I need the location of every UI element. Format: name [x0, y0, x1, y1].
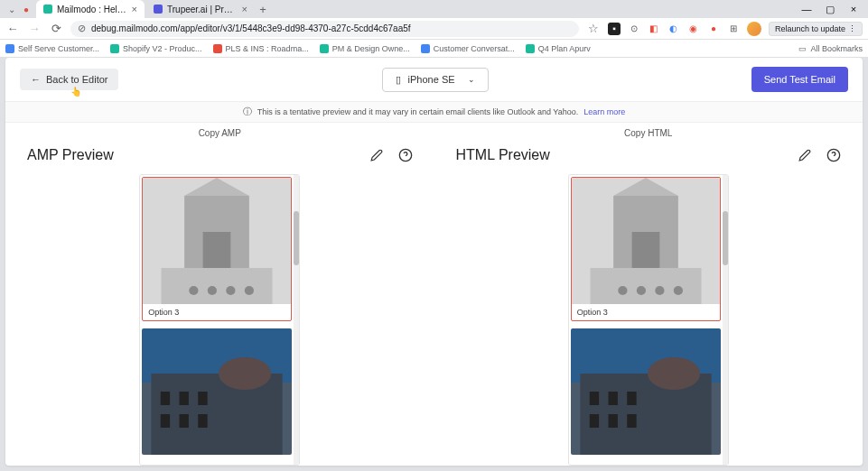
bookmark-item[interactable]: PM & Design Owne... [320, 44, 410, 53]
svg-point-29 [674, 286, 683, 295]
preview-title: AMP Preview [27, 147, 114, 163]
chevron-down-icon: ⌄ [468, 75, 475, 84]
ext-icon-3[interactable]: ◧ [648, 23, 660, 35]
address-bar[interactable]: ⊘ debug.mailmodo.com/app/editor/v3/1/544… [70, 21, 579, 37]
minimize-icon[interactable]: ― [799, 2, 814, 16]
ext-icon-1[interactable]: ▪ [608, 23, 621, 35]
image-card[interactable]: Option 3 [142, 177, 292, 321]
back-to-editor-button[interactable]: ← Back to Editor [20, 69, 118, 90]
back-label: Back to Editor [46, 74, 107, 85]
tab-close-icon[interactable]: × [132, 4, 137, 14]
svg-point-33 [648, 357, 700, 390]
option-caption: Option 3 [143, 304, 291, 320]
relaunch-button[interactable]: Relaunch to update ⋮ [769, 22, 863, 36]
help-icon[interactable] [398, 148, 413, 162]
edit-icon[interactable] [369, 148, 384, 162]
relaunch-label: Relaunch to update [775, 24, 845, 33]
svg-rect-19 [199, 414, 208, 428]
iframe-content[interactable]: Option 3 [569, 175, 723, 465]
site-info-icon[interactable]: ⊘ [78, 23, 86, 34]
scrollbar[interactable] [723, 175, 728, 465]
warning-bar: ⓘ This is a tentative preview and it may… [5, 101, 863, 123]
browser-tab-inactive[interactable]: Trupeer.ai | Professional Video × [146, 0, 255, 18]
app-body: ← Back to Editor ▯ iPhone SE ⌄ Send Test… [5, 58, 863, 466]
copy-html-button[interactable]: Copy HTML [434, 123, 863, 143]
browser-chrome: ⌄ ● Mailmodo : Helping marketers × Trupe… [0, 0, 868, 58]
url-text: debug.mailmodo.com/app/editor/v3/1/5448c… [91, 23, 411, 33]
reload-icon[interactable]: ⟳ [49, 22, 63, 36]
record-icon[interactable]: ● [18, 1, 34, 17]
device-selector[interactable]: ▯ iPhone SE ⌄ [382, 68, 489, 92]
new-tab-button[interactable]: + [255, 3, 271, 16]
svg-rect-12 [152, 374, 283, 455]
bookmark-item[interactable]: Shopify V2 - Produc... [110, 44, 202, 53]
profile-avatar[interactable] [747, 22, 761, 36]
tab-favicon [43, 5, 52, 14]
svg-point-26 [618, 286, 627, 295]
browser-tab-active[interactable]: Mailmodo : Helping marketers × [36, 0, 145, 18]
phone-icon: ▯ [396, 74, 401, 86]
preview-col-html: HTML Preview [434, 143, 863, 466]
bookmark-item[interactable]: Q4 Plan Apurv [526, 44, 591, 53]
learn-more-link[interactable]: Learn more [583, 107, 625, 116]
svg-rect-32 [580, 374, 711, 455]
all-bookmarks-button[interactable]: ▭All Bookmarks [798, 44, 863, 53]
svg-rect-25 [590, 268, 701, 304]
arrow-left-icon: ← [31, 74, 41, 85]
svg-rect-35 [608, 392, 617, 405]
svg-rect-17 [161, 414, 170, 428]
image-card[interactable]: Option 3 [571, 177, 721, 321]
preview-image-1 [143, 178, 291, 304]
extensions-menu-icon[interactable]: ⊞ [727, 23, 740, 35]
window-controls: ― ▢ × [799, 2, 868, 16]
bookmark-item[interactable]: Self Serve Customer... [5, 44, 99, 53]
svg-point-7 [208, 286, 217, 295]
tab-title: Trupeer.ai | Professional Video [167, 5, 238, 14]
svg-point-27 [637, 286, 646, 295]
device-label: iPhone SE [408, 74, 455, 85]
maximize-icon[interactable]: ▢ [823, 2, 837, 16]
svg-rect-15 [180, 392, 189, 405]
bookmark-item[interactable]: PLS & INS : Roadma... [213, 44, 309, 53]
tab-favicon [154, 5, 163, 14]
tab-title: Mailmodo : Helping marketers [57, 5, 127, 14]
bookmarks-bar: Self Serve Customer... Shopify V2 - Prod… [0, 40, 868, 58]
back-icon[interactable]: ← [5, 22, 20, 36]
svg-rect-5 [162, 268, 273, 304]
ext-icon-2[interactable]: ⊙ [628, 23, 640, 35]
amp-preview-frame: Option 3 [139, 174, 300, 466]
ext-icon-5[interactable]: ◉ [687, 23, 700, 35]
ext-icon-4[interactable]: ◐ [667, 23, 680, 35]
close-icon[interactable]: × [846, 2, 861, 16]
more-icon: ⋮ [848, 24, 856, 33]
copy-row: Copy AMP Copy HTML [5, 123, 863, 143]
bookmark-star-icon[interactable]: ☆ [586, 22, 601, 36]
iframe-content[interactable]: Option 3 [140, 175, 294, 465]
app-toolbar: ← Back to Editor ▯ iPhone SE ⌄ Send Test… [5, 58, 863, 101]
svg-rect-18 [180, 414, 189, 428]
forward-icon[interactable]: → [27, 22, 42, 36]
image-card[interactable] [571, 328, 721, 455]
send-test-email-button[interactable]: Send Test Email [751, 67, 848, 92]
help-icon[interactable] [826, 148, 841, 162]
ext-icon-6[interactable]: ● [707, 23, 720, 35]
preview-col-amp: AMP Preview [5, 143, 434, 466]
tab-search-dropdown[interactable]: ⌄ [5, 5, 18, 14]
svg-rect-16 [199, 392, 208, 405]
bookmark-item[interactable]: Customer Conversat... [421, 44, 515, 53]
image-card[interactable] [142, 328, 292, 455]
address-row: ← → ⟳ ⊘ debug.mailmodo.com/app/editor/v3… [0, 18, 868, 40]
extension-icons: ▪ ⊙ ◧ ◐ ◉ ● ⊞ [608, 23, 740, 35]
svg-rect-34 [590, 392, 599, 405]
tab-close-icon[interactable]: × [242, 4, 247, 14]
svg-point-28 [655, 286, 664, 295]
preview-image-2 [571, 328, 721, 455]
svg-point-9 [245, 286, 254, 295]
copy-amp-button[interactable]: Copy AMP [5, 123, 434, 143]
svg-rect-36 [627, 392, 636, 405]
svg-rect-37 [590, 414, 599, 428]
edit-icon[interactable] [798, 148, 812, 162]
svg-rect-39 [627, 414, 636, 428]
option-caption: Option 3 [572, 304, 720, 320]
scrollbar[interactable] [294, 175, 299, 465]
